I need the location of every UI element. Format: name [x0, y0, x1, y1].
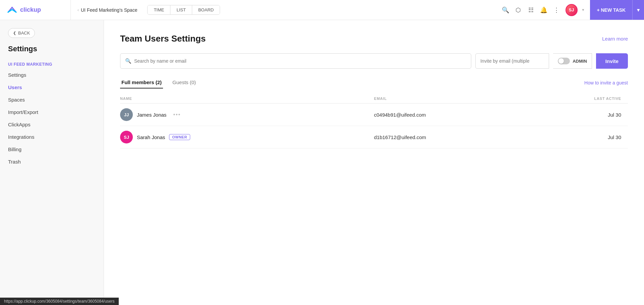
user-email-1: d1b16712@uifeed.com: [374, 126, 526, 148]
learn-more-link[interactable]: Learn more: [602, 36, 628, 42]
toggle-knob: [558, 58, 564, 64]
new-task-button[interactable]: + NEW TASK ▼: [590, 0, 644, 20]
table-row: SJ Sarah Jonas OWNER d1b16712@uifeed.com…: [120, 126, 628, 148]
search-icon[interactable]: 🔍: [502, 6, 509, 14]
table-header: NAME EMAIL LAST ACTIVE: [120, 94, 628, 104]
invite-email-box: [475, 53, 549, 69]
user-avatar-1: SJ: [120, 131, 133, 143]
clickup-logo-icon: [7, 5, 17, 15]
content-header: Team Users Settings Learn more: [120, 34, 628, 44]
search-box: 🔍: [120, 53, 471, 69]
col-last-active: LAST ACTIVE: [526, 94, 628, 104]
more-icon[interactable]: ⋮: [553, 6, 560, 14]
users-tbody: JJ James Jonas ••• c0494b91@uifeed.com J…: [120, 104, 628, 148]
sidebar-section-title: UI FEED MARKETING: [0, 60, 104, 69]
tab-guests[interactable]: Guests (0): [171, 77, 197, 88]
owner-badge-1: OWNER: [169, 134, 190, 140]
col-name: NAME: [120, 94, 374, 104]
search-icon: 🔍: [125, 58, 131, 64]
user-avatar-0: JJ: [120, 108, 133, 121]
content-area: Team Users Settings Learn more 🔍 ADMIN I…: [104, 20, 644, 305]
search-input[interactable]: [134, 58, 466, 64]
view-tabs: TIME LIST BOARD: [147, 5, 220, 15]
new-task-caret-icon[interactable]: ▼: [632, 0, 644, 20]
tab-board[interactable]: BOARD: [192, 5, 220, 14]
main-layout: ❮ BACK Settings UI FEED MARKETING Settin…: [0, 20, 644, 305]
user-name-cell: SJ Sarah Jonas OWNER: [120, 126, 374, 148]
sidebar-item-settings[interactable]: Settings: [0, 69, 104, 81]
sidebar-item-billing[interactable]: Billing: [0, 143, 104, 156]
bell-icon[interactable]: 🔔: [540, 6, 547, 14]
tab-time[interactable]: TIME: [148, 5, 170, 14]
invite-email-input[interactable]: [480, 58, 544, 64]
new-task-label: + NEW TASK: [590, 0, 632, 20]
sidebar-title: Settings: [0, 45, 104, 53]
user-last-active-1: Jul 30: [526, 126, 628, 148]
sidebar-item-spaces[interactable]: Spaces: [0, 94, 104, 106]
logo-text: clickup: [20, 6, 41, 13]
user-last-active-0: Jul 30: [526, 104, 628, 126]
back-arrow-icon: ❮: [13, 31, 16, 35]
user-avatar[interactable]: SJ: [566, 4, 578, 16]
col-email: EMAIL: [374, 94, 526, 104]
tab-full-members[interactable]: Full members (2): [120, 77, 163, 88]
invite-row: 🔍 ADMIN Invite: [120, 53, 628, 69]
back-label: BACK: [18, 30, 30, 36]
shape-icon[interactable]: ⬡: [515, 6, 522, 14]
sidebar-item-clickapps[interactable]: ClickApps: [0, 118, 104, 131]
tabs-row: Full members (2) Guests (0) How to invit…: [120, 77, 628, 88]
member-tabs: Full members (2) Guests (0): [120, 77, 204, 88]
invite-button[interactable]: Invite: [596, 53, 628, 69]
breadcrumb[interactable]: ‹ UI Feed Marketing's Space: [70, 0, 144, 20]
sidebar: ❮ BACK Settings UI FEED MARKETING Settin…: [0, 20, 104, 305]
statusbar-url: https://app.clickup.com/3605084/settings…: [4, 299, 115, 304]
how-to-invite-link[interactable]: How to invite a guest: [584, 80, 628, 85]
breadcrumb-arrow: ‹: [77, 8, 79, 12]
breadcrumb-text: UI Feed Marketing's Space: [81, 7, 137, 13]
layout-icon[interactable]: ☷: [527, 6, 535, 14]
logo-area[interactable]: clickup: [0, 5, 70, 15]
sidebar-item-trash[interactable]: Trash: [0, 156, 104, 168]
page-title: Team Users Settings: [120, 34, 206, 44]
user-name-0: James Jonas: [137, 112, 166, 118]
admin-toggle-area: ADMIN: [553, 53, 592, 69]
user-name-1: Sarah Jonas: [137, 134, 165, 140]
user-email-0: c0494b91@uifeed.com: [374, 104, 526, 126]
table-row: JJ James Jonas ••• c0494b91@uifeed.com J…: [120, 104, 628, 126]
tab-list[interactable]: LIST: [170, 5, 192, 14]
sidebar-item-users[interactable]: Users: [0, 81, 104, 94]
statusbar: https://app.clickup.com/3605084/settings…: [0, 298, 119, 305]
back-button[interactable]: ❮ BACK: [8, 28, 35, 38]
topnav-icons: 🔍 ⬡ ☷ 🔔 ⋮ SJ ▼: [496, 4, 590, 16]
sidebar-item-import-export[interactable]: Import/Export: [0, 106, 104, 118]
user-more-icon-0[interactable]: •••: [173, 112, 181, 118]
admin-label: ADMIN: [573, 59, 587, 64]
user-name-cell: JJ James Jonas •••: [120, 104, 374, 126]
sidebar-item-integrations[interactable]: Integrations: [0, 131, 104, 143]
topnav: clickup ‹ UI Feed Marketing's Space TIME…: [0, 0, 644, 20]
admin-toggle[interactable]: [558, 58, 570, 64]
users-table: NAME EMAIL LAST ACTIVE JJ James Jonas ••…: [120, 94, 628, 148]
avatar-caret-icon[interactable]: ▼: [582, 8, 585, 12]
